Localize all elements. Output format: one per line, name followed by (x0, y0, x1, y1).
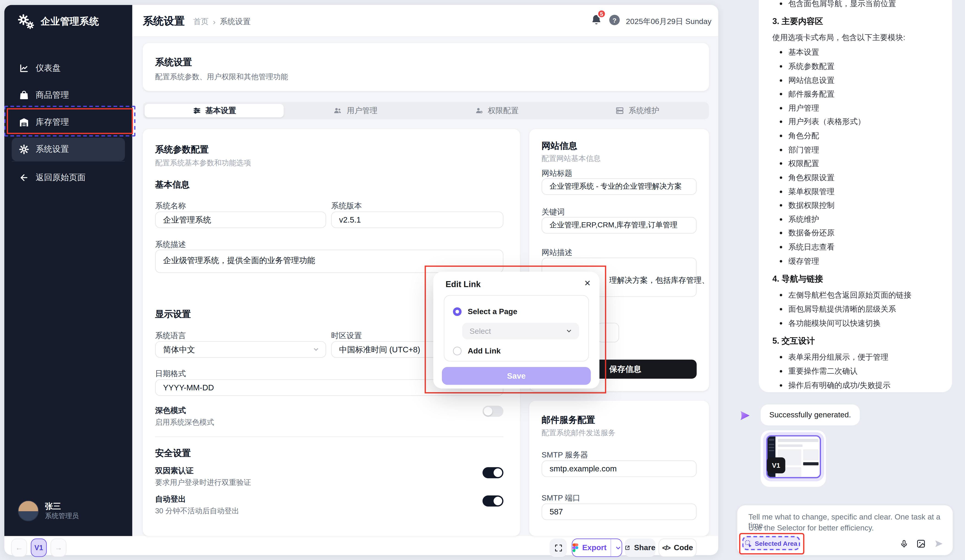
twofactor-toggle[interactable] (483, 467, 503, 478)
keywords-input[interactable]: 企业管理,ERP,CRM,库存管理,订单管理 (541, 217, 697, 233)
bullet-item: 邮件服务配置 (772, 88, 941, 100)
bullet-item: 系统参数配置 (772, 61, 941, 72)
help-button[interactable]: ? (609, 15, 620, 25)
card-title: 网站信息 (541, 140, 577, 152)
smtp-port-label: SMTP 端口 (541, 493, 580, 503)
sidebar-item-label: 返回原始页面 (36, 172, 86, 183)
darkmode-desc: 启用系统深色模式 (155, 417, 214, 428)
tab-maintenance[interactable]: 系统维护 (568, 104, 707, 118)
sidebar-divider (12, 161, 125, 162)
selected-area-highlight-frame: Selected Area (739, 533, 805, 555)
site-title-value: 企业管理系统 - 专业的企业管理解决方案 (550, 181, 682, 192)
breadcrumb: 首页 › 系统设置 (193, 16, 250, 27)
breadcrumb-home[interactable]: 首页 (193, 16, 208, 27)
twofactor-label: 双因素认证 (155, 466, 194, 477)
site-desc-visible-text: 理解决方案，包括库存管理、 (609, 276, 709, 286)
chat-input[interactable]: Tell me what to change, specific and cle… (737, 504, 953, 556)
send-button[interactable] (934, 539, 944, 549)
status-bubble: Successfully generated. (761, 405, 860, 425)
undo-button[interactable]: ← (11, 539, 27, 557)
gear-icon (19, 144, 29, 154)
link-options-box: Select a Page Select Add Link (444, 295, 589, 361)
share-button[interactable]: Share (625, 539, 655, 557)
site-title-input[interactable]: 企业管理系统 - 专业的企业管理解决方案 (541, 178, 697, 195)
bullet-item: 操作后有明确的成功/失败提示 (772, 380, 941, 391)
twofactor-desc: 要求用户登录时进行双重验证 (155, 478, 251, 488)
select-placeholder: Select (469, 327, 491, 335)
selected-area-label: Selected Area (755, 539, 797, 547)
bullet-item: 数据备份还原 (772, 228, 941, 239)
card-subtitle: 配置系统基本参数和功能选项 (155, 158, 251, 168)
section-display: 显示设置 (155, 309, 191, 320)
system-desc-label: 系统描述 (155, 240, 186, 250)
close-icon[interactable]: ✕ (584, 278, 590, 287)
darkmode-toggle[interactable] (483, 406, 503, 417)
page-select-dropdown[interactable]: Select (462, 323, 579, 339)
user-info[interactable]: 张三 系统管理员 (18, 500, 79, 521)
option-select-page[interactable]: Select a Page (453, 307, 517, 316)
autologout-toggle[interactable] (483, 495, 503, 506)
user-name: 张三 (45, 501, 79, 512)
assistant-section: 3. 主要内容区 使用选项卡式布局，包含以下主要模块: 基本设置系统参数配置网站… (772, 15, 941, 267)
keywords-value: 企业管理,ERP,CRM,库存管理,订单管理 (550, 220, 677, 230)
fullscreen-button[interactable] (550, 539, 567, 557)
sidebar-item-back-original[interactable]: 返回原始页面 (12, 166, 125, 189)
code-button[interactable]: </> Code (658, 539, 697, 557)
selected-area-button[interactable]: Selected Area (742, 536, 800, 550)
tab-basic-settings[interactable]: 基本设置 (145, 104, 284, 118)
section-heading: 4. 导航与链接 (772, 273, 941, 285)
card-title: 邮件服务配置 (541, 415, 595, 426)
tab-permissions[interactable]: 权限配置 (427, 104, 566, 118)
builder-stage: 企业管理系统 仪表盘 商品管理 库存管理 系统设置 返回原始页面 (0, 0, 965, 560)
export-label: Export (582, 544, 607, 552)
assistant-message-card: 包含面包屑导航，显示当前位置 3. 主要内容区 使用选项卡式布局，包含以下主要模… (759, 0, 952, 392)
section-basic-info: 基本信息 (155, 180, 190, 191)
modal-title: Edit Link (446, 280, 481, 289)
radio-unselected-icon[interactable] (453, 347, 462, 355)
system-name-input[interactable]: 企业管理系统 (155, 212, 326, 228)
system-version-value: v2.5.1 (339, 215, 361, 224)
version-thumbnail-card[interactable]: V1 (761, 430, 826, 487)
save-button[interactable]: Save (442, 367, 591, 385)
smtp-host-input[interactable]: smtp.example.com (541, 460, 697, 477)
radio-selected-icon[interactable] (453, 307, 462, 316)
sidebar-item-products[interactable]: 商品管理 (12, 83, 125, 107)
code-icon: </> (662, 544, 670, 551)
figma-icon (572, 544, 579, 552)
page-title: 系统设置 (143, 14, 185, 28)
smtp-port-input[interactable]: 587 (541, 503, 697, 520)
version-badge[interactable]: V1 (31, 539, 47, 557)
bullet-item: 角色权限设置 (772, 172, 941, 183)
chevron-down-icon (566, 328, 572, 335)
chevron-down-icon (615, 544, 622, 551)
export-main[interactable]: Export (572, 544, 607, 552)
image-button[interactable] (916, 539, 926, 548)
export-button[interactable]: Export (572, 539, 622, 557)
option-add-link[interactable]: Add Link (453, 347, 500, 355)
redo-button[interactable]: → (51, 539, 67, 557)
sidebar-item-dashboard[interactable]: 仪表盘 (12, 57, 125, 80)
system-version-input[interactable]: v2.5.1 (331, 212, 503, 228)
bullet-item: 系统日志查看 (772, 242, 941, 253)
sidebar-item-settings[interactable]: 系统设置 (12, 137, 125, 161)
sidebar-item-label: 库存管理 (36, 117, 69, 128)
intro-card: 系统设置 配置系统参数、用户权限和其他管理功能 (143, 43, 709, 91)
option-add-link-label: Add Link (468, 347, 501, 355)
bullet-item: 左侧导航栏包含返回原始页面的链接 (772, 290, 941, 301)
site-desc-label: 网站描述 (541, 248, 572, 258)
export-menu-toggle[interactable] (614, 544, 622, 551)
bullet-item: 权限配置 (772, 158, 941, 170)
sidebar-item-inventory[interactable]: 库存管理 (12, 111, 125, 134)
section-intro: 使用选项卡式布局，包含以下主要模块: (772, 32, 941, 43)
mic-button[interactable] (900, 539, 908, 549)
section-bullets: 左侧导航栏包含返回原始页面的链接面包屑导航提供清晰的层级关系各功能模块间可以快速… (772, 290, 941, 329)
breadcrumb-separator: › (213, 18, 215, 26)
user-check-icon (474, 106, 483, 115)
app-header: 系统设置 首页 › 系统设置 5 ? 2025年06月29日 Sunday (132, 5, 718, 37)
language-select[interactable]: 简体中文 (155, 341, 326, 358)
card-subtitle: 配置网站基本信息 (541, 153, 601, 164)
notification-bell[interactable]: 5 (591, 13, 604, 28)
language-value: 简体中文 (163, 344, 195, 355)
bullet-item: 缓存管理 (772, 256, 941, 267)
tab-user-management[interactable]: 用户管理 (286, 104, 425, 118)
